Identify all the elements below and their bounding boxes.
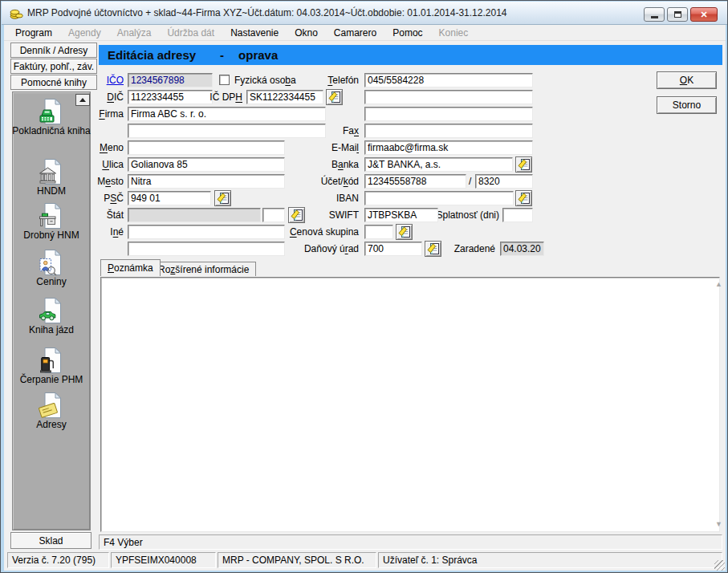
note-textarea[interactable] (100, 277, 720, 532)
statusbar-user: Užívateľ č. 1: Správca (378, 552, 722, 568)
ico-label[interactable]: IČO (107, 75, 124, 86)
sidebar-item-hndm[interactable]: HNDM (12, 158, 91, 197)
editor-mode: oprava (238, 48, 278, 62)
danovy-urad-lookup-button[interactable] (425, 241, 441, 257)
ine-label: Iné (110, 226, 124, 238)
ine2-input[interactable] (128, 242, 285, 256)
coins-app-icon (10, 6, 23, 20)
dic-input[interactable] (128, 90, 213, 104)
cash-register-icon (38, 98, 65, 125)
menu-udrzba-dat[interactable]: Údržba dát (159, 26, 222, 40)
ucet-input[interactable] (364, 174, 466, 189)
close-button[interactable]: ✕ (690, 7, 718, 22)
menu-nastavenie[interactable]: Nastavenie (222, 26, 287, 40)
firma2-input[interactable] (128, 124, 326, 138)
menu-program[interactable]: Program (7, 26, 60, 40)
titlebar[interactable]: MRP Podvojné účtovníctvo + sklad~44-Firm… (2, 2, 728, 25)
lookup-icon (518, 192, 531, 205)
iban-lookup-button[interactable] (515, 190, 532, 206)
tab-rozsirene-informacie[interactable]: Rozšírené informácie (151, 262, 256, 276)
menu-camarero[interactable]: Camarero (326, 26, 384, 40)
danovy-urad-label: Daňový úrad (304, 243, 359, 254)
sidebar-item-cerpanie-phm[interactable]: Čerpanie PHM (12, 347, 91, 385)
scroll-down-icon[interactable]: ▼ (715, 521, 722, 528)
meno-input[interactable] (128, 140, 285, 155)
ulica-input[interactable] (128, 157, 285, 172)
sidebar-item-kniha-jazd[interactable]: Kniha jázd (12, 297, 91, 335)
fax-input[interactable] (364, 124, 533, 138)
sidebar-item-ceniny[interactable]: Ceniny (12, 249, 91, 287)
zaradene-input[interactable] (500, 242, 544, 256)
stat-code-input[interactable] (262, 208, 285, 222)
fyzicka-osoba-checkbox[interactable] (219, 75, 230, 85)
menu-analyza[interactable]: Analýza (109, 26, 160, 40)
sidebar-item-label: Drobný HNM (12, 230, 91, 241)
sidebar-item-label: Čerpanie PHM (12, 375, 91, 385)
icdph-input[interactable] (246, 90, 323, 104)
cenova-skupina-lookup-button[interactable] (396, 224, 413, 240)
swift-input[interactable] (364, 208, 438, 222)
mesto-input[interactable] (128, 174, 285, 189)
ucet-separator: / (469, 176, 471, 187)
meno-label: Meno (100, 142, 124, 153)
email-input[interactable] (364, 140, 533, 155)
sidebar-item-adresy[interactable]: Adresy (12, 392, 91, 430)
icdph-lookup-button[interactable] (326, 89, 343, 105)
bank-icon (38, 158, 65, 185)
ico-input[interactable] (128, 73, 213, 87)
stat-lookup-button[interactable] (288, 207, 305, 223)
maximize-button[interactable] (667, 7, 688, 22)
psc-lookup-button[interactable] (214, 190, 231, 206)
sklad-button[interactable]: Sklad (10, 532, 92, 549)
editor-title: Editácia adresy (108, 48, 196, 62)
sidebar-item-label: HNDM (12, 186, 91, 197)
resize-grip-icon[interactable] (714, 560, 725, 571)
sidebar-item-drobny-hnm[interactable]: Drobný HNM (12, 202, 91, 241)
address-card-icon (38, 392, 65, 419)
window-title: MRP Podvojné účtovníctvo + sklad~44-Firm… (27, 7, 506, 18)
telefon3-input[interactable] (364, 107, 533, 121)
menu-agendy[interactable]: Agendy (60, 26, 109, 40)
firma-label: Firma (99, 108, 124, 120)
splatnost-input[interactable] (502, 208, 533, 222)
stat-input[interactable] (128, 208, 261, 222)
cenova-skupina-input[interactable] (364, 225, 393, 239)
statusbar-version: Verzia č. 7.20 (795) (7, 552, 109, 568)
swift-label: SWIFT (329, 209, 359, 221)
ok-button[interactable]: OK (657, 71, 717, 89)
sidebar-item-label: Adresy (12, 420, 91, 430)
editor-header: Editácia adresy - oprava (99, 45, 722, 65)
sidebar-tab-faktury[interactable]: Faktúry, pohľ., záv. (10, 59, 97, 74)
storno-button[interactable]: Storno (657, 96, 717, 114)
tab-poznamka[interactable]: Poznámka (100, 259, 161, 276)
dic-label: DIČ (107, 91, 124, 103)
psc-label: PSČ (104, 193, 124, 204)
desk-icon (38, 202, 65, 230)
sidebar-item-pokladnicna-kniha[interactable]: Pokladničná kniha (12, 98, 91, 136)
maximize-icon (674, 11, 681, 18)
firma-input[interactable] (128, 107, 326, 121)
mesto-label: Mesto (97, 176, 124, 187)
banka-input[interactable] (364, 157, 513, 172)
stamp-icon (38, 249, 65, 276)
statusbar-license: YPFSEIMX040008 (111, 552, 216, 568)
danovy-urad-input[interactable] (364, 242, 422, 256)
menu-okno[interactable]: Okno (287, 26, 326, 40)
fuel-pump-icon (38, 347, 65, 374)
sidebar-tab-pomocne-knihy[interactable]: Pomocné knihy (10, 75, 97, 90)
ucet-kod-input[interactable] (475, 174, 533, 189)
banka-lookup-button[interactable] (515, 156, 532, 173)
sidebar-tab-dennik-adresy[interactable]: Denník / Adresy (10, 43, 97, 58)
iban-input[interactable] (364, 191, 514, 205)
menu-koniec[interactable]: Koniec (431, 26, 477, 40)
stat-label: Štát (107, 209, 124, 221)
hint-statusline: F4 Výber (99, 534, 722, 550)
sidebar-item-label: Pokladničná kniha (12, 126, 91, 136)
psc-input[interactable] (128, 191, 211, 205)
minimize-button[interactable] (644, 7, 665, 22)
telefon-input[interactable] (364, 73, 533, 87)
menu-pomoc[interactable]: Pomoc (384, 26, 430, 40)
scroll-up-icon[interactable]: ▲ (715, 281, 722, 288)
telefon2-input[interactable] (364, 90, 533, 104)
ine-input[interactable] (128, 225, 285, 239)
